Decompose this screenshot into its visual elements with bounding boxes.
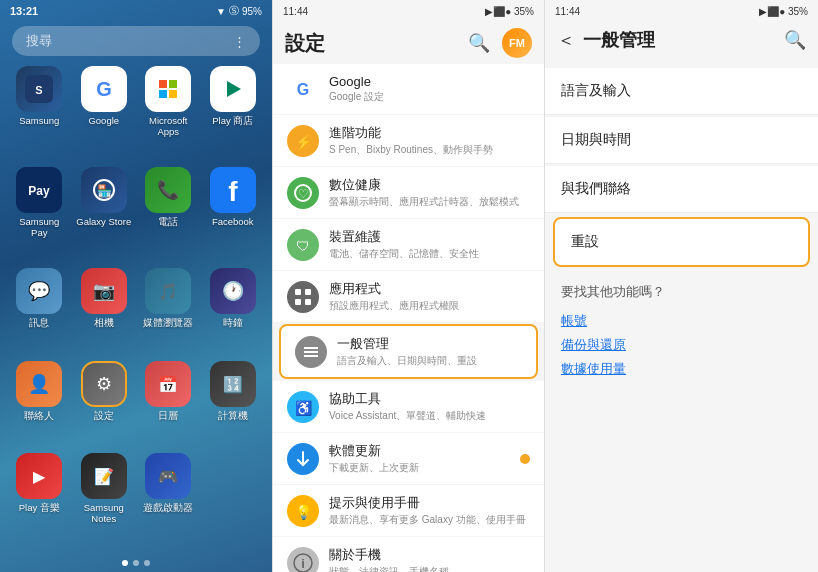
app-samsung-pay[interactable]: Pay Samsung Pay <box>10 167 69 262</box>
clock-label: 時鐘 <box>223 317 243 330</box>
settings-device-name: 裝置維護 <box>329 228 530 246</box>
general-list: 語言及輸入 日期與時間 與我們聯絡 重設 要找其他功能嗎？ 帳號 備份與還原 數… <box>545 58 818 572</box>
settings-item-about[interactable]: i 關於手機 狀態、法律資訊、手機名稱 <box>273 537 544 572</box>
app-calendar[interactable]: 📅 日層 <box>139 361 198 447</box>
suggestion-backup[interactable]: 備份與還原 <box>561 333 802 357</box>
app-facebook[interactable]: f Facebook <box>204 167 263 262</box>
samsung-icon: S <box>16 66 62 112</box>
settings-item-apps[interactable]: 應用程式 預設應用程式、應用程式權限 <box>273 271 544 322</box>
samsung-pay-label: Samsung Pay <box>10 216 69 238</box>
settings-item-device[interactable]: 🛡 裝置維護 電池、儲存空間、記憶體、安全性 <box>273 219 544 270</box>
app-camera[interactable]: 📷 相機 <box>75 268 134 354</box>
messages-label: 訊息 <box>29 317 49 330</box>
settings-label: 設定 <box>94 410 114 423</box>
settings-advance-text: 進階功能 S Pen、Bixby Routines、動作與手勢 <box>329 124 530 157</box>
avatar[interactable]: FM <box>502 28 532 58</box>
svg-text:S: S <box>36 84 43 96</box>
settings-device-sub: 電池、儲存空間、記憶體、安全性 <box>329 247 530 261</box>
settings-general-text: 一般管理 語言及輸入、日期與時間、重設 <box>337 335 522 368</box>
app-phone[interactable]: 📞 電話 <box>139 167 198 262</box>
about-icon: i <box>287 547 319 573</box>
general-item-contact[interactable]: 與我們聯絡 <box>545 166 818 213</box>
samsung-label: Samsung <box>19 115 59 126</box>
svg-text:♿: ♿ <box>295 400 313 417</box>
games-icon: 🎮 <box>145 453 191 499</box>
settings-item-software[interactable]: 軟體更新 下載更新、上次更新 <box>273 433 544 484</box>
status-bar-home: 13:21 ▼ Ⓢ 95% <box>0 0 272 22</box>
contact-label: 與我們聯絡 <box>561 180 631 196</box>
search-icon[interactable]: 🔍 <box>468 32 490 54</box>
dot-3 <box>144 560 150 566</box>
home-search-bar[interactable]: 搜尋 ⋮ <box>12 26 260 56</box>
datetime-label: 日期與時間 <box>561 131 631 147</box>
phone-label: 電話 <box>158 216 178 229</box>
svg-rect-8 <box>169 90 177 98</box>
general-item-reset[interactable]: 重設 <box>553 217 810 267</box>
device-icon: 🛡 <box>287 229 319 261</box>
settings-digital-text: 數位健康 螢幕顯示時間、應用程式計時器、放鬆模式 <box>329 176 530 209</box>
svg-text:📞: 📞 <box>157 179 180 201</box>
settings-software-sub: 下載更新、上次更新 <box>329 461 514 475</box>
media-icon: 🎵 <box>145 268 191 314</box>
svg-rect-36 <box>295 299 301 305</box>
app-games[interactable]: 🎮 遊戲啟動器 <box>139 453 198 548</box>
app-music[interactable]: ▶ Play 音樂 <box>10 453 69 548</box>
settings-assist-sub: Voice Assistant、單聲道、輔助快速 <box>329 409 530 423</box>
battery-icon: 95% <box>242 6 262 17</box>
settings-digital-sub: 螢幕顯示時間、應用程式計時器、放鬆模式 <box>329 195 530 209</box>
general-title: 一般管理 <box>583 28 784 52</box>
general-item-datetime[interactable]: 日期與時間 <box>545 117 818 164</box>
notes-icon: 📝 <box>81 453 127 499</box>
facebook-label: Facebook <box>212 216 254 227</box>
battery2-icon: 35% <box>514 6 534 17</box>
google-settings-icon: G <box>287 73 319 105</box>
app-google[interactable]: G Google <box>75 66 134 161</box>
settings-item-digital[interactable]: ♡ 數位健康 螢幕顯示時間、應用程式計時器、放鬆模式 <box>273 167 544 218</box>
svg-text:👤: 👤 <box>28 373 51 395</box>
search-placeholder: 搜尋 <box>26 32 52 50</box>
assist-icon: ♿ <box>287 391 319 423</box>
settings-google-text: Google Google 設定 <box>329 74 530 104</box>
app-settings[interactable]: ⚙ 設定 <box>75 361 134 447</box>
svg-text:🛡: 🛡 <box>296 238 310 254</box>
svg-text:🎮: 🎮 <box>158 467 178 486</box>
app-media[interactable]: 🎵 媒體瀏覽器 <box>139 268 198 354</box>
suggestions-section: 要找其他功能嗎？ 帳號 備份與還原 數據使用量 <box>545 271 818 385</box>
settings-tips-name: 提示與使用手冊 <box>329 494 530 512</box>
notes-label: Samsung Notes <box>75 502 134 524</box>
settings-item-general[interactable]: 一般管理 語言及輸入、日期與時間、重設 <box>279 324 538 379</box>
app-microsoft[interactable]: Microsoft Apps <box>139 66 198 161</box>
reset-label: 重設 <box>571 233 599 249</box>
settings-google-name: Google <box>329 74 530 89</box>
app-play[interactable]: Play 商店 <box>204 66 263 161</box>
back-button[interactable]: ＜ <box>557 28 575 52</box>
media-label: 媒體瀏覽器 <box>143 317 193 330</box>
settings-item-advance[interactable]: ⚡ 進階功能 S Pen、Bixby Routines、動作與手勢 <box>273 115 544 166</box>
settings-item-google[interactable]: G Google Google 設定 <box>273 64 544 114</box>
general-item-language[interactable]: 語言及輸入 <box>545 68 818 115</box>
suggestion-accounts[interactable]: 帳號 <box>561 309 802 333</box>
app-calculator[interactable]: 🔢 計算機 <box>204 361 263 447</box>
settings-item-assist[interactable]: ♿ 協助工具 Voice Assistant、單聲道、輔助快速 <box>273 381 544 432</box>
status-bar-settings: 11:44 ▶⬛● 35% <box>273 0 544 22</box>
app-clock[interactable]: 🕐 時鐘 <box>204 268 263 354</box>
suggestion-data[interactable]: 數據使用量 <box>561 357 802 381</box>
svg-text:⚡: ⚡ <box>295 134 313 151</box>
general-search-icon[interactable]: 🔍 <box>784 29 806 51</box>
app-messages[interactable]: 💬 訊息 <box>10 268 69 354</box>
page-indicator <box>0 554 272 572</box>
svg-text:📷: 📷 <box>93 280 116 302</box>
camera-icon: 📷 <box>81 268 127 314</box>
calendar-label: 日層 <box>158 410 178 423</box>
svg-text:G: G <box>96 78 112 100</box>
signal-icon: ▼ <box>216 6 226 17</box>
settings-apps-text: 應用程式 預設應用程式、應用程式權限 <box>329 280 530 313</box>
settings-item-tips[interactable]: 💡 提示與使用手冊 最新消息、享有更多 Galaxy 功能、使用手冊 <box>273 485 544 536</box>
apps-settings-icon <box>287 281 319 313</box>
app-contacts[interactable]: 👤 聯絡人 <box>10 361 69 447</box>
calendar-icon: 📅 <box>145 361 191 407</box>
app-notes[interactable]: 📝 Samsung Notes <box>75 453 134 548</box>
app-galaxy-store[interactable]: 🏪 Galaxy Store <box>75 167 134 262</box>
app-samsung[interactable]: S Samsung <box>10 66 69 161</box>
svg-text:📅: 📅 <box>158 375 178 394</box>
